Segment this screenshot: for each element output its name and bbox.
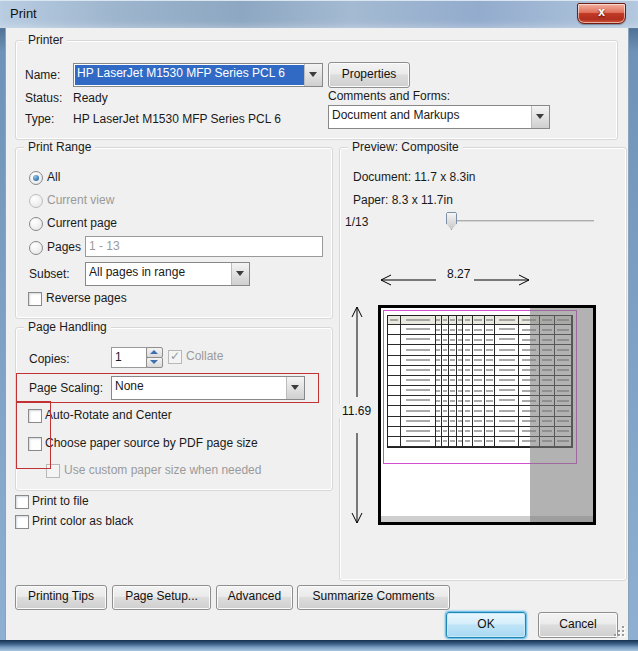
table-cell xyxy=(457,356,464,366)
print-color-black-checkbox[interactable] xyxy=(15,515,29,529)
table-cell xyxy=(401,376,435,386)
radio-pages-label[interactable]: Pages xyxy=(47,240,81,254)
table-cell xyxy=(485,406,496,416)
collate-label: Collate xyxy=(186,349,223,363)
table-cell xyxy=(485,427,496,437)
preview-page-slider[interactable] xyxy=(448,220,594,222)
radio-pages[interactable] xyxy=(29,241,43,255)
table-cell xyxy=(388,376,401,386)
table-cell xyxy=(449,417,457,427)
table-cell xyxy=(463,366,472,376)
page-scaling-select[interactable]: None xyxy=(111,376,305,400)
table-cell xyxy=(495,356,519,366)
subset-value: All pages in range xyxy=(89,265,229,279)
table-cell xyxy=(473,316,485,325)
cancel-button[interactable]: Cancel xyxy=(538,612,618,638)
spinner-down-icon[interactable] xyxy=(146,357,163,368)
table-cell xyxy=(401,437,435,447)
table-cell xyxy=(473,376,485,386)
table-cell xyxy=(436,366,443,376)
radio-all-label[interactable]: All xyxy=(47,170,60,184)
radio-all[interactable] xyxy=(29,171,43,185)
radio-current-view xyxy=(29,194,43,208)
printing-tips-button[interactable]: Printing Tips xyxy=(15,585,107,610)
table-cell xyxy=(457,345,464,355)
subset-label: Subset: xyxy=(29,267,70,281)
close-button[interactable]: x xyxy=(577,3,626,24)
table-cell xyxy=(457,325,464,335)
preview-group-label: Preview: Composite xyxy=(348,140,463,154)
table-cell xyxy=(485,396,496,406)
table-cell xyxy=(463,427,472,437)
table-cell xyxy=(457,366,464,376)
table-cell xyxy=(495,376,519,386)
table-cell xyxy=(388,417,401,427)
pages-range-input[interactable]: 1 - 13 xyxy=(85,236,323,257)
reverse-pages-label[interactable]: Reverse pages xyxy=(46,291,127,305)
radio-current-page-label[interactable]: Current page xyxy=(47,216,117,230)
chevron-down-icon[interactable] xyxy=(286,377,304,399)
table-cell xyxy=(457,427,464,437)
height-dimension-value: 11.69 xyxy=(339,404,374,418)
table-cell xyxy=(485,325,496,335)
table-cell xyxy=(485,376,496,386)
auto-rotate-checkbox[interactable] xyxy=(28,409,42,423)
preview-document-size: Document: 11.7 x 8.3in xyxy=(353,170,476,184)
table-cell xyxy=(449,325,457,335)
table-cell xyxy=(449,437,457,447)
table-cell xyxy=(457,376,464,386)
comments-and-forms-value: Document and Markups xyxy=(332,108,529,122)
table-cell xyxy=(388,386,401,396)
table-cell xyxy=(442,417,449,427)
print-color-black-label[interactable]: Print color as black xyxy=(32,514,133,528)
chevron-down-icon[interactable] xyxy=(231,263,249,285)
copies-stepper[interactable] xyxy=(146,347,161,367)
radio-current-page[interactable] xyxy=(29,217,43,231)
table-cell xyxy=(388,427,401,437)
preview-page-indicator: 1/13 xyxy=(345,215,368,229)
printer-name-select[interactable]: HP LaserJet M1530 MFP Series PCL 6 xyxy=(73,63,323,87)
table-cell xyxy=(401,325,435,335)
table-cell xyxy=(436,376,443,386)
chevron-down-icon[interactable] xyxy=(531,106,549,128)
printer-name-label: Name: xyxy=(25,68,60,82)
comments-and-forms-select[interactable]: Document and Markups xyxy=(328,105,550,129)
title-bar[interactable]: Print x xyxy=(0,0,638,29)
table-cell xyxy=(495,406,519,416)
paper-source-label[interactable]: Choose paper source by PDF page size xyxy=(45,436,258,450)
page-setup-button[interactable]: Page Setup... xyxy=(112,585,211,610)
table-cell xyxy=(495,316,519,325)
table-cell xyxy=(463,406,472,416)
printer-name-value: HP LaserJet M1530 MFP Series PCL 6 xyxy=(75,65,304,85)
resize-grip[interactable] xyxy=(614,626,626,638)
reverse-pages-checkbox[interactable] xyxy=(28,292,42,306)
properties-button[interactable]: Properties xyxy=(328,62,410,88)
table-cell xyxy=(401,345,435,355)
auto-rotate-label[interactable]: Auto-Rotate and Center xyxy=(45,408,172,422)
table-cell xyxy=(457,417,464,427)
page-scaling-value: None xyxy=(115,379,284,393)
chevron-down-icon[interactable] xyxy=(304,64,322,86)
table-cell xyxy=(442,366,449,376)
paper-source-checkbox[interactable] xyxy=(28,437,42,451)
table-cell xyxy=(495,335,519,345)
table-cell xyxy=(442,335,449,345)
advanced-button[interactable]: Advanced xyxy=(216,585,293,610)
print-to-file-checkbox[interactable] xyxy=(15,495,29,509)
ok-button[interactable]: OK xyxy=(446,612,526,638)
table-cell xyxy=(473,396,485,406)
copies-input[interactable]: 1 xyxy=(111,347,147,368)
table-cell xyxy=(401,366,435,376)
table-cell xyxy=(436,417,443,427)
table-cell xyxy=(388,345,401,355)
print-to-file-label[interactable]: Print to file xyxy=(32,494,89,508)
table-cell xyxy=(449,316,457,325)
summarize-comments-button[interactable]: Summarize Comments xyxy=(297,585,450,610)
table-cell xyxy=(436,335,443,345)
table-cell xyxy=(485,356,496,366)
printer-group-label: Printer xyxy=(24,33,67,47)
table-cell xyxy=(495,386,519,396)
table-cell xyxy=(449,396,457,406)
subset-select[interactable]: All pages in range xyxy=(85,262,250,286)
table-cell xyxy=(401,427,435,437)
